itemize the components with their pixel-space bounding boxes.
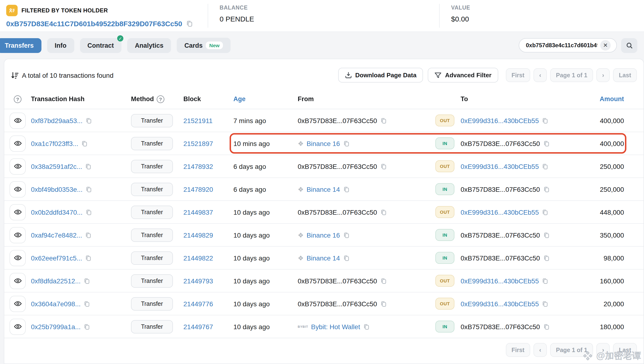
copy-icon[interactable] [186,20,193,27]
header-age[interactable]: Age [234,95,298,103]
preview-transaction-button[interactable] [10,112,26,129]
block-link[interactable]: 21521897 [184,139,213,147]
preview-transaction-button[interactable] [10,135,26,151]
to-address-link[interactable]: 0xB757D83E...07F63Cc50 [460,254,540,262]
advanced-filter-button[interactable]: Advanced Filter [428,68,498,83]
transaction-hash-link[interactable]: 0xf87bd29aa53... [31,117,82,124]
copy-icon[interactable] [343,140,350,147]
copy-icon[interactable] [343,232,350,238]
header-amount[interactable]: Amount [582,95,644,103]
tab-info[interactable]: Info [47,38,74,53]
preview-transaction-button[interactable] [10,227,26,243]
method-badge[interactable]: Transfer [131,297,173,310]
first-page-button[interactable]: First [506,343,530,357]
copy-icon[interactable] [84,300,90,307]
preview-transaction-button[interactable] [10,204,26,220]
transaction-hash-link[interactable]: 0xf8dfda22512... [31,277,81,285]
copy-icon[interactable] [542,277,548,284]
from-address-link[interactable]: Binance 16 [306,231,340,239]
to-address-link[interactable]: 0xE999d316...430bCEb55 [460,117,539,124]
method-badge[interactable]: Transfer [131,251,173,265]
copy-icon[interactable] [85,186,92,193]
copy-icon[interactable] [380,300,386,307]
copy-icon[interactable] [380,117,386,124]
block-link[interactable]: 21449829 [184,231,213,239]
from-address-link[interactable]: Binance 16 [306,139,340,147]
search-button[interactable] [621,38,637,53]
copy-icon[interactable] [543,323,550,330]
preview-transaction-button[interactable] [10,158,26,174]
method-badge[interactable]: Transfer [131,228,173,242]
method-badge[interactable]: Transfer [131,274,173,287]
next-page-button[interactable]: › [596,68,610,82]
copy-icon[interactable] [380,277,386,284]
copy-icon[interactable] [85,117,92,124]
copy-icon[interactable] [84,277,90,284]
prev-page-button[interactable]: ‹ [534,343,547,357]
to-address-link[interactable]: 0xB757D83E...07F63Cc50 [460,323,540,330]
copy-icon[interactable] [85,232,92,238]
prev-page-button[interactable]: ‹ [534,68,547,82]
method-badge[interactable]: Transfer [131,320,173,333]
from-address-link[interactable]: Binance 14 [306,185,340,193]
transaction-hash-link[interactable]: 0x25b7999a1a... [31,323,81,330]
from-address-link[interactable]: Binance 14 [306,254,340,262]
copy-icon[interactable] [85,163,92,169]
copy-icon[interactable] [543,186,550,193]
block-link[interactable]: 21521911 [184,117,213,124]
tab-cards[interactable]: CardsNew [177,38,230,53]
from-address-link[interactable]: 0xB757D83E...07F63Cc50 [298,300,377,307]
method-badge[interactable]: Transfer [131,205,173,219]
block-link[interactable]: 21449767 [184,323,213,330]
from-address-link[interactable]: 0xB757D83E...07F63Cc50 [298,117,377,124]
from-address-link[interactable]: 0xB757D83E...07F63Cc50 [298,208,377,216]
block-link[interactable]: 21449776 [184,300,213,307]
copy-icon[interactable] [343,186,350,193]
copy-icon[interactable] [542,163,548,169]
copy-icon[interactable] [543,140,550,147]
copy-icon[interactable] [363,323,370,330]
preview-transaction-button[interactable] [10,181,26,197]
download-page-data-button[interactable]: Download Page Data [338,68,423,83]
copy-icon[interactable] [543,232,550,238]
copy-icon[interactable] [84,323,90,330]
transaction-hash-link[interactable]: 0x38a2591af2c... [31,162,82,170]
copy-icon[interactable] [542,209,548,215]
tab-transfers[interactable]: Transfers [0,38,42,53]
from-address-link[interactable]: 0xB757D83E...07F63Cc50 [298,162,377,170]
preview-transaction-button[interactable] [10,250,26,266]
token-holder-address-link[interactable]: 0xB757D83E4c11C7D601b49522b8F329D07F63Cc… [6,20,182,28]
copy-icon[interactable] [343,255,350,261]
to-address-link[interactable]: 0xE999d316...430bCEb55 [460,162,539,170]
method-badge[interactable]: Transfer [131,114,173,127]
block-link[interactable]: 21449822 [184,254,213,262]
preview-transaction-button[interactable] [10,273,26,289]
copy-icon[interactable] [542,300,548,307]
search-input[interactable] [526,42,597,49]
next-page-button[interactable]: › [596,343,610,357]
copy-icon[interactable] [85,255,92,261]
transaction-hash-link[interactable]: 0xaf94c7e8482... [31,231,82,239]
block-link[interactable]: 21478932 [184,162,213,170]
copy-icon[interactable] [380,209,386,215]
tab-analytics[interactable]: Analytics [127,38,171,53]
transaction-hash-link[interactable]: 0xbf49bd0353e... [31,185,82,193]
preview-transaction-button[interactable] [10,296,26,312]
method-badge[interactable]: Transfer [131,137,173,150]
tab-contract[interactable]: Contract✓ [80,38,122,53]
transaction-hash-link[interactable]: 0x3604a7e098... [31,300,81,307]
transaction-hash-link[interactable]: 0x0b2ddfd3470... [31,208,82,216]
clear-search-icon[interactable]: ✕ [600,40,611,51]
copy-icon[interactable] [542,117,548,124]
method-badge[interactable]: Transfer [131,183,173,196]
transaction-hash-link[interactable]: 0x62eeef791c5... [31,254,82,262]
copy-icon[interactable] [380,163,386,169]
from-address-link[interactable]: 0xB757D83E...07F63Cc50 [298,277,377,285]
copy-icon[interactable] [543,255,550,261]
from-address-link[interactable]: Bybit: Hot Wallet [311,323,360,330]
preview-transaction-button[interactable] [10,318,26,335]
to-address-link[interactable]: 0xB757D83E...07F63Cc50 [460,231,540,239]
to-address-link[interactable]: 0xB757D83E...07F63Cc50 [460,185,540,193]
last-page-button[interactable]: Last [613,343,637,357]
copy-icon[interactable] [85,209,92,215]
